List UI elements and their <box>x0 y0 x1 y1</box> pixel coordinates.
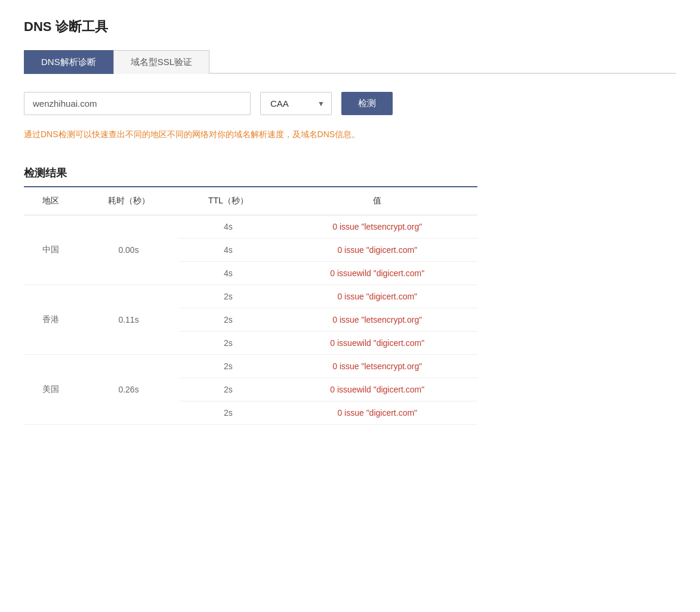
table-row: 香港0.11s2s0 issue "digicert.com" <box>24 285 477 308</box>
col-header-region: 地区 <box>24 187 78 215</box>
value-cell: 0 issuewild "digicert.com" <box>277 332 477 355</box>
time-cell: 0.00s <box>78 215 180 285</box>
value-cell: 0 issuewild "digicert.com" <box>277 262 477 285</box>
region-cell: 美国 <box>24 355 78 425</box>
tab-ssl[interactable]: 域名型SSL验证 <box>113 50 209 74</box>
domain-input[interactable] <box>24 92 251 115</box>
ttl-cell: 4s <box>179 215 277 239</box>
tab-dns[interactable]: DNS解析诊断 <box>24 50 113 74</box>
table-row: 中国0.00s4s0 issue "letsencrypt.org" <box>24 215 477 239</box>
value-cell: 0 issue "digicert.com" <box>277 285 477 308</box>
value-cell: 0 issue "letsencrypt.org" <box>277 355 477 378</box>
tab-bar: DNS解析诊断 域名型SSL验证 <box>24 50 676 74</box>
col-header-ttl: TTL（秒） <box>179 187 277 215</box>
value-cell: 0 issuewild "digicert.com" <box>277 378 477 401</box>
time-cell: 0.26s <box>78 355 180 425</box>
type-select-wrapper: A AAAA CNAME MX NS TXT CAA SOA ▼ <box>260 92 332 115</box>
ttl-cell: 2s <box>179 355 277 378</box>
value-cell: 0 issue "digicert.com" <box>277 401 477 425</box>
result-section: 检测结果 地区 耗时（秒） TTL（秒） 值 中国0.00s4s0 issue … <box>24 166 477 425</box>
region-cell: 香港 <box>24 285 78 355</box>
ttl-cell: 2s <box>179 378 277 401</box>
description-text: 通过DNS检测可以快速查出不同的地区不同的网络对你的域名解析速度，及域名DNS信… <box>24 127 676 142</box>
ttl-cell: 2s <box>179 332 277 355</box>
result-table: 地区 耗时（秒） TTL（秒） 值 中国0.00s4s0 issue "lets… <box>24 187 477 425</box>
time-cell: 0.11s <box>78 285 180 355</box>
col-header-value: 值 <box>277 187 477 215</box>
detect-button[interactable]: 检测 <box>341 92 393 115</box>
ttl-cell: 2s <box>179 285 277 308</box>
ttl-cell: 4s <box>179 262 277 285</box>
page-title: DNS 诊断工具 <box>24 18 676 36</box>
input-row: A AAAA CNAME MX NS TXT CAA SOA ▼ 检测 <box>24 92 676 115</box>
record-type-select[interactable]: A AAAA CNAME MX NS TXT CAA SOA <box>260 92 332 115</box>
col-header-time: 耗时（秒） <box>78 187 180 215</box>
table-row: 美国0.26s2s0 issue "letsencrypt.org" <box>24 355 477 378</box>
region-cell: 中国 <box>24 215 78 285</box>
ttl-cell: 4s <box>179 239 277 262</box>
ttl-cell: 2s <box>179 401 277 425</box>
value-cell: 0 issue "digicert.com" <box>277 239 477 262</box>
table-header-row: 地区 耗时（秒） TTL（秒） 值 <box>24 187 477 215</box>
ttl-cell: 2s <box>179 308 277 332</box>
result-title: 检测结果 <box>24 166 477 180</box>
value-cell: 0 issue "letsencrypt.org" <box>277 308 477 332</box>
value-cell: 0 issue "letsencrypt.org" <box>277 215 477 239</box>
